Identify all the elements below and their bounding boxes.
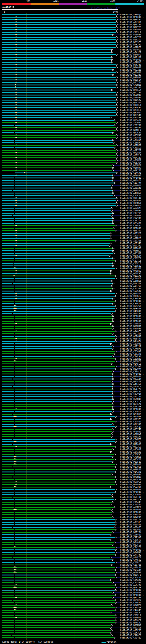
hit-label[interactable]: UniRef100_B7KJA9 bbox=[120, 44, 141, 46]
hit-label[interactable]: UniRef100_O30973 bbox=[120, 418, 141, 420]
alignment-row[interactable]: UniRef100_Q05741 bbox=[0, 428, 146, 431]
alignment-row[interactable]: UniRef100_A4RL62 bbox=[0, 566, 146, 569]
hit-label[interactable]: UniRef100_A5GUM7 bbox=[120, 159, 141, 162]
hit-label[interactable]: UniRef100_A9BBE3 bbox=[120, 322, 141, 325]
hit-bar[interactable] bbox=[2, 200, 116, 201]
hit-bar[interactable] bbox=[2, 436, 111, 437]
alignment-row[interactable]: UniRef100_Q6FR39 bbox=[0, 571, 146, 574]
hit-label[interactable]: UniRef100_UPI000.. bbox=[120, 488, 144, 491]
alignment-row[interactable]: UniRef100_B0VTF6 bbox=[0, 518, 146, 521]
hit-bar[interactable] bbox=[2, 70, 113, 70]
hit-label[interactable]: UniRef100_C4Y6J5 bbox=[120, 609, 141, 612]
hit-bar[interactable] bbox=[2, 175, 113, 176]
alignment-row[interactable]: UniRef100_A3TN66 bbox=[0, 280, 146, 282]
alignment-row[interactable]: UniRef100_Q70G58 bbox=[0, 71, 146, 74]
hit-label[interactable]: UniRef100_A8NSQ2 bbox=[120, 267, 141, 270]
hit-label[interactable]: UniRef100_C6J1L6 bbox=[120, 260, 141, 262]
hit-label[interactable]: UniRef100_Q70G58 bbox=[120, 71, 141, 74]
alignment-row[interactable]: UniRef100_A2C3U5 bbox=[0, 240, 146, 242]
alignment-row[interactable]: UniRef100_B0C4J8 bbox=[0, 116, 146, 119]
hit-label[interactable]: UniRef100_C9QLD2 bbox=[120, 576, 141, 579]
hit-label[interactable]: UniRef100_B1X3G8 bbox=[120, 406, 141, 408]
alignment-row[interactable]: UniRef100_D0C3C8 bbox=[0, 498, 146, 501]
hit-bar[interactable] bbox=[2, 97, 116, 98]
hit-bar[interactable] bbox=[2, 592, 112, 593]
hit-bar[interactable] bbox=[2, 356, 112, 357]
hit-label[interactable]: UniRef100_Q69PS6 bbox=[120, 481, 141, 484]
hit-bar[interactable] bbox=[2, 612, 110, 613]
hit-label[interactable]: UniRef100_A5GM95 bbox=[120, 122, 141, 124]
alignment-row[interactable]: UniRef100_A1RCA2 bbox=[0, 612, 146, 614]
hit-label[interactable]: UniRef100_C1B7R4 bbox=[120, 182, 141, 184]
hit-label[interactable]: UniRef100_Q46JS9 bbox=[120, 230, 141, 232]
hit-bar[interactable] bbox=[2, 137, 116, 138]
hit-label[interactable]: UniRef100_Q2JQL6 bbox=[120, 109, 141, 112]
alignment-row[interactable]: UniRef100_B1X3G8 bbox=[0, 406, 146, 408]
alignment-row[interactable]: UniRef100_B2J9C5 bbox=[0, 41, 146, 44]
hit-bar[interactable] bbox=[2, 564, 111, 566]
hit-label[interactable]: UniRef100_B4UGI4 bbox=[120, 340, 141, 343]
hit-bar[interactable] bbox=[2, 376, 113, 377]
hit-label[interactable]: UniRef100_B9YJ41 bbox=[120, 64, 141, 66]
alignment-row[interactable]: UniRef100_C5V936 bbox=[0, 217, 146, 220]
alignment-row[interactable]: UniRef100_B8J9M4 bbox=[0, 368, 146, 370]
hit-label[interactable]: UniRef100_B9H9S9 bbox=[120, 49, 141, 51]
hit-bar[interactable] bbox=[2, 22, 116, 22]
hit-bar[interactable] bbox=[2, 358, 115, 359]
hit-label[interactable]: UniRef100_C9NR76 bbox=[120, 602, 141, 604]
alignment-row[interactable]: UniRef100_UPI000.. bbox=[0, 549, 146, 551]
hit-bar[interactable] bbox=[2, 630, 111, 631]
alignment-row[interactable]: UniRef100_A2BXL1 bbox=[0, 154, 146, 157]
hit-label[interactable]: UniRef100_A3Z7M7 bbox=[120, 149, 141, 152]
hit-bar[interactable] bbox=[2, 105, 116, 106]
alignment-row[interactable]: UniRef100_Q5YMS7 bbox=[0, 250, 146, 252]
alignment-row[interactable]: UniRef100_B9P2V3 bbox=[0, 245, 146, 247]
hit-label[interactable]: UniRef100_Q5RZ66 bbox=[120, 305, 141, 308]
alignment-row[interactable]: UniRef100_Q5KFM3 bbox=[0, 308, 146, 310]
hit-bar[interactable] bbox=[2, 158, 116, 158]
alignment-row[interactable]: UniRef100_Q3M452 bbox=[0, 18, 146, 21]
hit-label[interactable]: UniRef100_A9V6Z5 bbox=[120, 330, 141, 332]
hit-bar[interactable] bbox=[2, 178, 113, 178]
hit-bar[interactable] bbox=[2, 260, 115, 261]
hit-bar[interactable] bbox=[2, 253, 113, 254]
alignment-row[interactable]: UniRef100_UPI000.. bbox=[0, 227, 146, 230]
alignment-row[interactable]: UniRef100_C2CST9 bbox=[0, 539, 146, 541]
hit-bar[interactable] bbox=[2, 454, 114, 455]
hit-label[interactable]: UniRef100_A6DRB0 bbox=[120, 358, 141, 360]
alignment-row[interactable]: UniRef100_UPI000.. bbox=[0, 408, 146, 410]
alignment-row[interactable]: UniRef100_A4QID7 bbox=[0, 396, 146, 398]
hit-bar[interactable] bbox=[2, 225, 115, 226]
alignment-row[interactable]: UniRef100_UPI000.. bbox=[0, 300, 146, 302]
hit-label[interactable]: UniRef100_Q8YUX7 bbox=[120, 167, 141, 169]
hit-label[interactable]: UniRef100_A0YTY0 bbox=[120, 36, 141, 38]
alignment-row[interactable]: UniRef100_C0V7U6 bbox=[0, 564, 146, 566]
hit-bar[interactable] bbox=[2, 469, 115, 470]
hit-label[interactable]: UniRef100_B1VJ28 bbox=[120, 282, 141, 285]
hit-label[interactable]: UniRef100_B9SU44 bbox=[120, 34, 141, 36]
hit-bar[interactable] bbox=[2, 620, 115, 621]
alignment-row[interactable]: UniRef100_C6RRC5 bbox=[0, 561, 146, 564]
hit-bar[interactable] bbox=[2, 49, 112, 50]
hit-bar[interactable] bbox=[2, 554, 115, 555]
hit-label[interactable]: UniRef100_B0VCF6 bbox=[120, 574, 141, 576]
hit-label[interactable]: UniRef100_A0ZDI0 bbox=[120, 46, 141, 49]
hit-bar[interactable] bbox=[2, 406, 113, 407]
hit-bar[interactable] bbox=[2, 62, 112, 63]
alignment-row[interactable]: UniRef100_UPI000.. bbox=[0, 247, 146, 250]
alignment-row[interactable]: UniRef100_C1WLV4 bbox=[0, 355, 146, 358]
hit-bar[interactable] bbox=[2, 364, 111, 364]
alignment-row[interactable]: UniRef100_A5GM95 bbox=[0, 122, 146, 124]
hit-label[interactable]: UniRef100_C4EAL3 bbox=[120, 147, 141, 149]
alignment-row[interactable]: UniRef100_Q3AZ29 bbox=[0, 157, 146, 159]
alignment-row[interactable]: UniRef100_C9P5A1 bbox=[0, 536, 146, 539]
hit-bar[interactable] bbox=[2, 326, 113, 327]
alignment-row[interactable]: UniRef100_Q31QL4 bbox=[0, 104, 146, 106]
hit-bar[interactable] bbox=[2, 100, 116, 100]
hit-label[interactable]: UniRef100_C1YRA2 bbox=[120, 142, 141, 144]
hit-bar[interactable] bbox=[2, 19, 116, 20]
hit-bar[interactable] bbox=[2, 532, 112, 533]
hit-label[interactable]: UniRef100_P52215 bbox=[120, 332, 141, 335]
hit-bar[interactable] bbox=[2, 278, 115, 279]
alignment-row[interactable]: UniRef100_Q254H7 bbox=[0, 338, 146, 340]
